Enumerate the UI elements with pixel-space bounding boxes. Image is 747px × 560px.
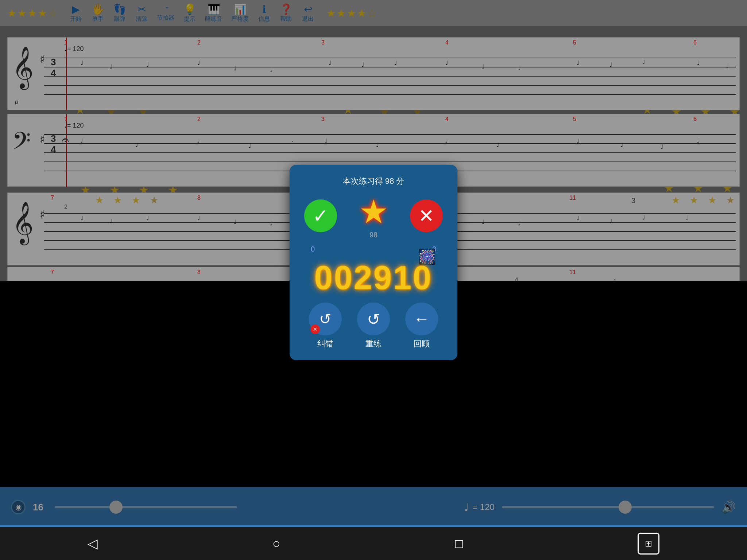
correct-count: 0 [311, 245, 315, 253]
home-button[interactable]: ○ [272, 536, 280, 551]
correct-icon: ✓ [304, 199, 337, 232]
wrong-icon: ✕ [410, 199, 443, 232]
checkmark-icon: ✓ [313, 205, 329, 227]
retry-circle: ↺ [357, 303, 390, 335]
retry-button[interactable]: ↺ 重练 [352, 303, 395, 349]
review-button[interactable]: ← 回顾 [400, 303, 443, 349]
app: ★ ★ ★ ★ ★ ★ ★ ★ ★ ★ ★ ★ ★ ★ ★ ★ ★ ★ ★ 𝄞 [0, 0, 747, 560]
result-title: 本次练习得 98 分 [343, 176, 405, 187]
modal-overlay: 本次练习得 98 分 ✓ ★ 98 ✕ 0 [0, 0, 747, 525]
cross-icon: ✕ [418, 205, 434, 227]
correct-errors-button[interactable]: ↺ ✕ 纠错 [304, 303, 347, 349]
big-star-container: ★ 98 [359, 192, 388, 239]
correct-errors-circle: ↺ ✕ [309, 303, 342, 335]
score-display: 🎆 002910 [314, 259, 433, 297]
review-circle: ← [405, 303, 438, 335]
correct-errors-label: 纠错 [317, 338, 333, 349]
back-button[interactable]: ◁ [88, 536, 98, 551]
correct-errors-icon: ↺ [319, 311, 332, 327]
nav-bar: ◁ ○ □ ⊞ [0, 527, 747, 560]
result-modal: 本次练习得 98 分 ✓ ★ 98 ✕ 0 [290, 165, 457, 360]
result-star: ★ [359, 192, 388, 231]
score-digits: 002910 [314, 259, 433, 297]
review-label: 回顾 [414, 338, 430, 349]
action-row: ↺ ✕ 纠错 ↺ 重练 ← 回顾 [301, 303, 446, 349]
recent-button[interactable]: □ [455, 536, 463, 551]
retry-icon: ↺ [367, 310, 380, 328]
star-score-row: ✓ ★ 98 ✕ [301, 192, 446, 239]
screenshot-icon: ⊞ [645, 538, 652, 549]
star-score-number: 98 [369, 231, 378, 239]
retry-label: 重练 [365, 338, 382, 349]
review-icon: ← [414, 310, 430, 328]
screenshot-button[interactable]: ⊞ [638, 533, 659, 555]
error-badge: ✕ [310, 324, 320, 334]
